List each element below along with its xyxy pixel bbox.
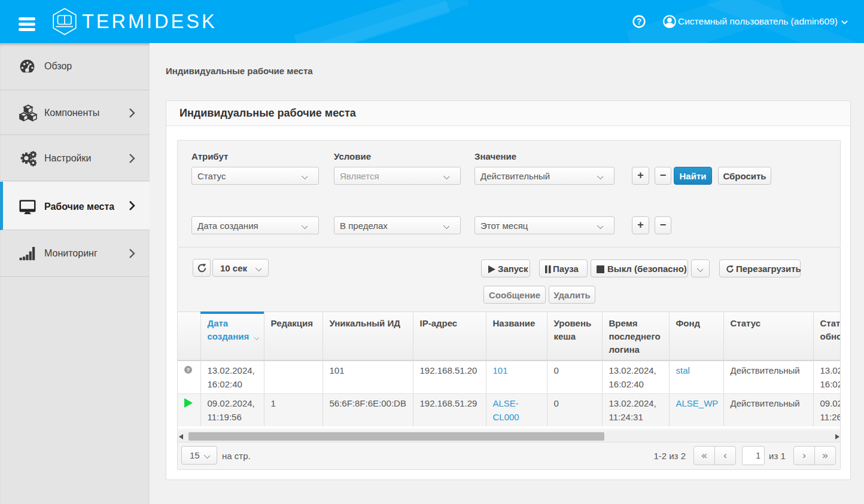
svg-text:?: ? (187, 366, 190, 373)
svg-text:?: ? (637, 17, 642, 26)
